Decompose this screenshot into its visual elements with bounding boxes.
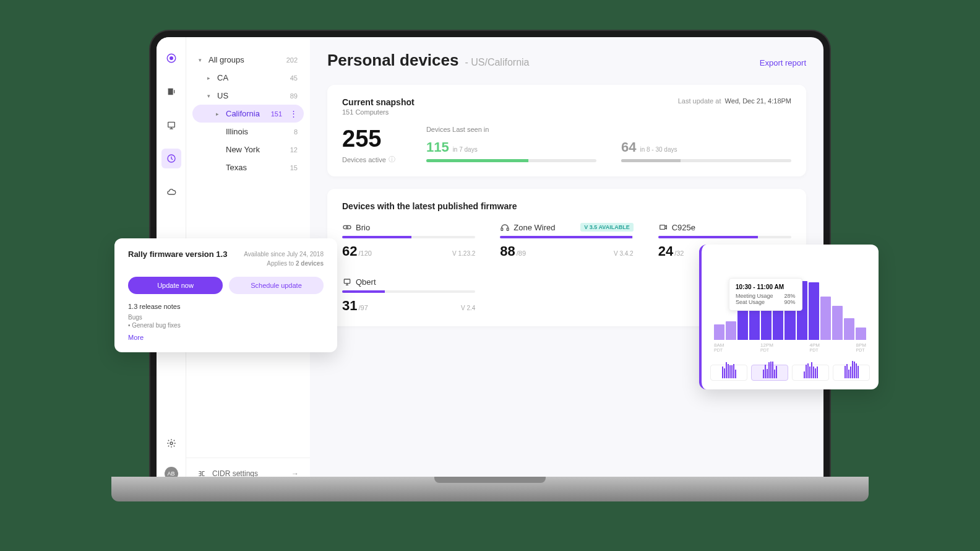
device-total: /89 (517, 249, 526, 257)
nav-dashboard-icon[interactable] (161, 149, 181, 168)
sidebar-item-ca[interactable]: ▸CA45 (192, 69, 304, 87)
sidebar-item-new-york[interactable]: New York12 (192, 141, 304, 158)
more-icon[interactable]: ⋮ (290, 109, 298, 118)
device-count: 31 (342, 298, 357, 314)
more-link[interactable]: More (128, 334, 324, 341)
nav-logo[interactable] (161, 48, 181, 68)
release-notes-title: 1.3 release notes (128, 303, 324, 310)
usage-chart-popup: 10:30 - 11:00 AM Meeting Usage28% Seat U… (699, 245, 879, 389)
tree-count: 8 (294, 128, 298, 136)
svg-rect-12 (344, 279, 350, 284)
device-icon (342, 222, 352, 232)
firmware-update-popup: Rally firmware version 1.3 Available sin… (114, 238, 337, 352)
breadcrumb: - US/California (465, 57, 529, 68)
seen-30days: 64in 8 - 30 days (621, 139, 791, 162)
firmware-item-zone-wired[interactable]: Zone WiredV 3.5 AVAILABLE88/89V 3.4.2 (500, 222, 633, 259)
device-name: C925e (672, 223, 695, 232)
tree-label: CA (217, 73, 228, 82)
chart-xlabel: 4PMPDT (810, 342, 820, 352)
device-name: Brio (356, 223, 370, 232)
device-total: /120 (358, 249, 371, 257)
chart-thumb-3[interactable] (792, 365, 829, 381)
snapshot-title: Current snapshot (342, 97, 415, 107)
device-name: Qbert (356, 277, 376, 287)
nav-devices-icon[interactable] (161, 82, 181, 102)
caret-icon: ▾ (199, 57, 205, 63)
tree-count: 45 (290, 74, 298, 82)
device-total: /32 (674, 249, 684, 257)
tree-count: 12 (290, 146, 298, 154)
chart-bar (809, 282, 819, 340)
page-header: Personal devices - US/California Export … (327, 51, 806, 70)
tree-label: Texas (226, 163, 247, 172)
svg-point-6 (170, 442, 173, 445)
device-version: V 2.4 (461, 305, 475, 311)
chart-bar (844, 318, 854, 340)
tree-label: New York (226, 145, 260, 154)
svg-rect-11 (660, 225, 664, 230)
seen-title: Devices Last seen in (426, 126, 791, 133)
schedule-update-button[interactable]: Schedule update (229, 277, 324, 294)
chart-bar (714, 324, 724, 340)
tree-count: 202 (286, 56, 298, 64)
chart-xlabel: 8PMPDT (856, 342, 866, 352)
device-total: /97 (358, 304, 368, 311)
svg-rect-3 (174, 90, 174, 93)
device-icon (342, 277, 352, 287)
caret-icon: ▾ (207, 93, 213, 99)
release-notes-item: • General bug fixes (128, 322, 324, 329)
chart-thumbnails (710, 365, 870, 381)
device-name: Zone Wired (514, 223, 555, 232)
sidebar-item-illinois[interactable]: Illinois8 (192, 123, 304, 141)
chart-thumb-4[interactable] (833, 365, 870, 381)
sidebar-item-all-groups[interactable]: ▾All groups202 (192, 51, 304, 69)
tree-label: California (226, 109, 260, 118)
update-now-button[interactable]: Update now (128, 277, 223, 294)
chart-thumb-1[interactable] (710, 365, 747, 381)
popup-title: Rally firmware version 1.3 (128, 249, 227, 259)
chart-bar (856, 328, 866, 340)
snapshot-updated: Last update at Wed, Dec 21, 4:18PM (678, 97, 791, 105)
firmware-card-title: Devices with the latest published firmwa… (342, 201, 791, 211)
popup-meta: Available since July 24, 2018 Applies to… (244, 249, 324, 268)
info-icon[interactable]: ⓘ (389, 155, 395, 164)
release-notes-category: Bugs (128, 314, 324, 321)
tree-count: 151 (271, 110, 282, 118)
chart-bar (820, 297, 831, 340)
device-count: 62 (342, 243, 357, 259)
chart-xlabel: 8AMPDT (714, 342, 724, 352)
tree-label: US (217, 91, 228, 100)
tree-label: All groups (208, 55, 244, 64)
version-badge: V 3.5 AVAILABLE (580, 223, 633, 232)
tree-count: 89 (290, 92, 298, 100)
svg-rect-4 (168, 122, 174, 127)
tree-count: 15 (290, 164, 298, 171)
device-version: V 3.4.2 (614, 250, 634, 257)
device-count: 24 (658, 243, 673, 259)
export-report-link[interactable]: Export report (760, 58, 806, 67)
chart-bar (832, 306, 843, 340)
chart-thumb-2[interactable] (751, 365, 788, 381)
nav-cloud-icon[interactable] (161, 182, 181, 202)
seen-7days: 115in 7 days (426, 139, 596, 162)
sidebar-item-us[interactable]: ▾US89 (192, 87, 304, 105)
svg-rect-10 (507, 228, 509, 230)
chart-tooltip: 10:30 - 11:00 AM Meeting Usage28% Seat U… (729, 278, 802, 311)
chart-bar (726, 321, 736, 340)
svg-rect-9 (501, 228, 503, 230)
sidebar-item-california[interactable]: ▸California151⋮ (192, 105, 304, 123)
svg-point-1 (170, 57, 173, 60)
nav-settings-icon[interactable] (161, 433, 181, 453)
caret-icon: ▸ (207, 75, 213, 81)
sidebar-item-texas[interactable]: Texas15 (192, 158, 304, 176)
nav-rooms-icon[interactable] (161, 115, 181, 135)
firmware-item-brio[interactable]: Brio62/120V 1.23.2 (342, 222, 475, 259)
device-count: 88 (500, 243, 515, 259)
device-version: V 1.23.2 (452, 250, 475, 257)
firmware-item-qbert[interactable]: Qbert31/97V 2.4 (342, 277, 475, 314)
device-icon (500, 222, 510, 232)
tree-label: Illinois (226, 127, 248, 136)
svg-rect-2 (168, 89, 173, 95)
device-icon (658, 222, 668, 232)
caret-icon: ▸ (216, 111, 222, 117)
